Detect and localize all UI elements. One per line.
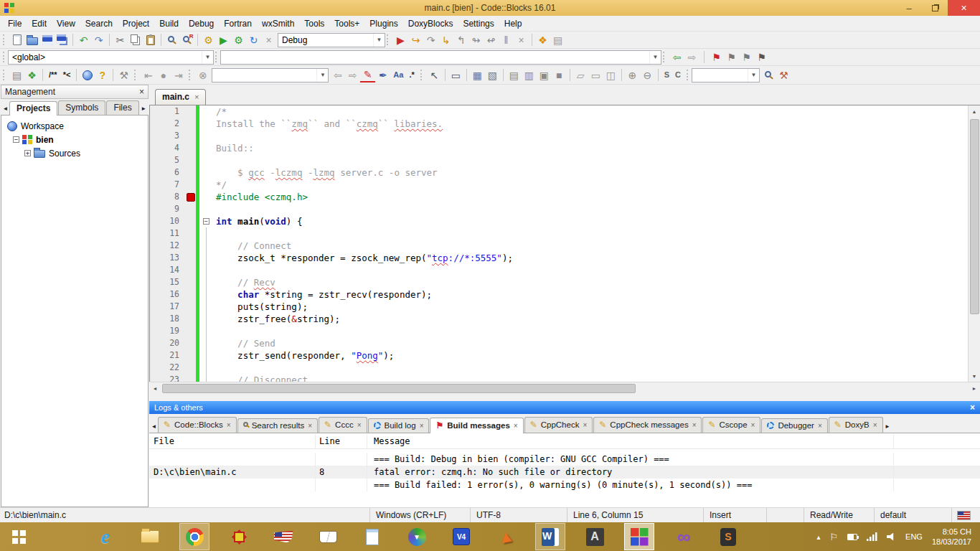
close-icon[interactable]: × bbox=[970, 402, 975, 413]
start-button[interactable] bbox=[0, 522, 37, 551]
tab-close-icon[interactable]: × bbox=[420, 422, 424, 430]
taskbar-us-map-app[interactable] bbox=[268, 523, 298, 550]
battery-icon[interactable] bbox=[847, 534, 857, 540]
toolbar-grip[interactable] bbox=[3, 52, 5, 62]
save-button[interactable] bbox=[39, 33, 55, 47]
menu-search[interactable]: Search bbox=[80, 17, 118, 31]
taskbar-v4-app[interactable] bbox=[446, 523, 476, 550]
volume-icon[interactable] bbox=[887, 533, 896, 541]
fold-margin[interactable] bbox=[199, 154, 212, 166]
wxsmith-window-button[interactable]: ▭ bbox=[448, 68, 463, 83]
build-and-run-button[interactable]: ⚙ bbox=[231, 33, 246, 47]
tab-close-icon[interactable]: × bbox=[751, 421, 755, 429]
table-header-row[interactable]: File Line Message bbox=[149, 434, 980, 449]
tab-symbols[interactable]: Symbols bbox=[58, 100, 105, 115]
code-line[interactable]: 4Build:: bbox=[150, 142, 968, 154]
fold-margin[interactable] bbox=[199, 276, 212, 288]
menu-wxsmith[interactable]: wxSmith bbox=[257, 17, 299, 31]
breakpoint-margin[interactable] bbox=[186, 179, 196, 191]
incremental-search-input[interactable]: ▼ bbox=[212, 68, 329, 83]
menu-build[interactable]: Build bbox=[154, 17, 184, 31]
tab-scroll-left-icon[interactable]: ◄ bbox=[1, 103, 9, 115]
wxsmith-pointer-button[interactable]: ↖ bbox=[427, 68, 442, 83]
goto-prev-function-button[interactable]: ⇤ bbox=[141, 68, 156, 83]
settings-wrench-button[interactable]: ⚒ bbox=[776, 68, 791, 83]
breakpoint-margin[interactable] bbox=[186, 154, 196, 166]
taskbar-internet-explorer[interactable] bbox=[90, 523, 121, 550]
menu-edit[interactable]: Edit bbox=[27, 17, 52, 31]
taskbar-sublime-text[interactable] bbox=[713, 523, 743, 550]
code-line[interactable]: 1/* bbox=[150, 105, 968, 118]
run-to-cursor-button[interactable]: ↪ bbox=[408, 33, 423, 47]
log-tab-build-messages[interactable]: Build messages× bbox=[430, 418, 523, 433]
breakpoint-margin[interactable] bbox=[186, 166, 196, 179]
collapse-icon[interactable]: − bbox=[13, 136, 19, 143]
vertical-scrollbar-thum b[interactable] bbox=[970, 119, 979, 314]
fold-margin[interactable] bbox=[199, 142, 212, 154]
regex-search-button[interactable]: .* bbox=[406, 68, 417, 83]
chevron-down-icon[interactable]: ▼ bbox=[202, 51, 213, 64]
tab-close-icon[interactable]: × bbox=[818, 422, 822, 430]
breakpoint-margin[interactable] bbox=[186, 374, 196, 382]
tab-projects[interactable]: Projects bbox=[9, 101, 57, 116]
taskbar-notepad[interactable] bbox=[357, 523, 387, 550]
hidden-icons-chevron[interactable]: ▴ bbox=[816, 533, 820, 541]
fold-margin[interactable] bbox=[199, 105, 212, 118]
taskbar-matlab[interactable] bbox=[491, 523, 521, 550]
step-into-instruction-button[interactable]: ↫ bbox=[484, 33, 499, 47]
menu-help[interactable]: Help bbox=[499, 17, 527, 31]
tab-close-icon[interactable]: × bbox=[692, 421, 697, 429]
breakpoint-margin[interactable] bbox=[186, 215, 196, 227]
logs-header[interactable]: Logs & others × bbox=[149, 401, 980, 414]
search-next-button[interactable]: ⇨ bbox=[345, 68, 360, 83]
log-tab-cppcheck-messages[interactable]: CppCheck messages× bbox=[593, 417, 702, 433]
wxsmith-fill-button[interactable]: ■ bbox=[552, 68, 567, 83]
replace-button[interactable] bbox=[179, 33, 194, 47]
cut-button[interactable]: ✂ bbox=[113, 33, 128, 47]
fold-margin[interactable] bbox=[199, 203, 212, 215]
wxsmith-shape-panel-button[interactable]: ▱ bbox=[573, 68, 588, 83]
start-button[interactable] bbox=[46, 523, 76, 550]
code-line[interactable]: 21 zstr_send(responder, "Pong"); bbox=[150, 349, 968, 362]
wxsmith-align-right-button[interactable]: ▣ bbox=[537, 68, 552, 83]
taskbar-file-explorer[interactable] bbox=[135, 523, 165, 550]
fold-margin[interactable] bbox=[199, 325, 212, 337]
breakpoint-margin[interactable] bbox=[186, 118, 196, 130]
menu-tools[interactable]: Tools bbox=[299, 17, 329, 31]
fold-margin[interactable] bbox=[199, 240, 212, 252]
scroll-right-icon[interactable]: ► bbox=[969, 382, 980, 394]
step-into-button[interactable]: ↳ bbox=[438, 33, 453, 47]
menu-project[interactable]: Project bbox=[118, 17, 154, 31]
breakpoint-margin[interactable] bbox=[186, 227, 196, 240]
log-tab-cppcheck[interactable]: CppCheck× bbox=[524, 417, 593, 433]
search-prev-button[interactable]: ⇦ bbox=[330, 68, 345, 83]
title-bar[interactable]: main.c [bien] - Code::Blocks 16.01 – × bbox=[0, 0, 980, 16]
doxyblocks-wizard-button[interactable]: ❖ bbox=[24, 68, 39, 83]
code-line[interactable]: 22 bbox=[150, 362, 968, 374]
fold-margin[interactable] bbox=[199, 191, 212, 203]
log-tab-codeblocks[interactable]: Code::Blocks× bbox=[158, 417, 237, 433]
doxy-run-chm-button[interactable]: ? bbox=[95, 68, 110, 83]
management-header[interactable]: Management × bbox=[1, 85, 149, 99]
class-button[interactable]: C bbox=[672, 68, 684, 83]
wxsmith-preview-button[interactable]: ▦ bbox=[470, 68, 485, 83]
tree-item-sources[interactable]: + Sources bbox=[3, 146, 146, 160]
toolbar-grip[interactable] bbox=[3, 34, 5, 45]
new-file-button[interactable] bbox=[9, 33, 24, 47]
doxy-config-button[interactable]: ⚒ bbox=[116, 68, 131, 83]
fold-margin[interactable] bbox=[199, 362, 212, 374]
tab-close-icon[interactable]: × bbox=[873, 421, 877, 429]
build-target-combo[interactable]: Debug ▼ bbox=[278, 33, 385, 47]
horizontal-scrollbar[interactable]: ◄ ► bbox=[149, 382, 980, 394]
breakpoint-margin[interactable] bbox=[186, 264, 196, 276]
code-line[interactable]: 12 // Connect bbox=[150, 240, 968, 252]
scroll-up-icon[interactable]: ▲ bbox=[969, 105, 980, 117]
various-info-button[interactable]: ▤ bbox=[550, 33, 565, 47]
fold-margin[interactable] bbox=[199, 313, 212, 325]
paste-button[interactable] bbox=[143, 33, 158, 47]
match-case-button[interactable]: Aa bbox=[390, 68, 406, 83]
tab-scroll-left-icon[interactable]: ◄ bbox=[150, 420, 158, 433]
log-tab-cccc[interactable]: Cccc× bbox=[319, 417, 367, 433]
zoom-out-button[interactable]: ⊖ bbox=[640, 68, 655, 83]
scroll-left-icon[interactable]: ◄ bbox=[149, 382, 161, 394]
